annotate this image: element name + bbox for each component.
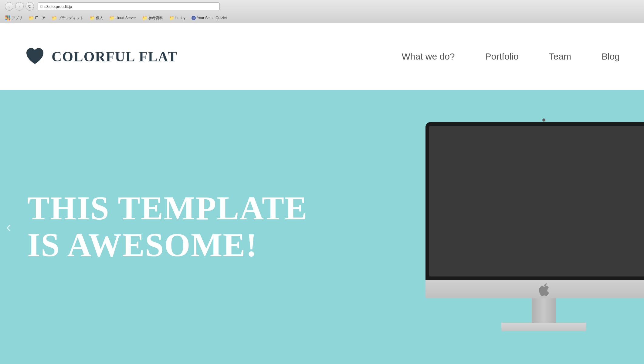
nav-item-portfolio[interactable]: Portfolio (485, 51, 519, 62)
logo-heart-icon (24, 46, 46, 67)
bookmark-itcore[interactable]: 📁 ITコア (26, 15, 48, 21)
folder-icon: 📁 (90, 15, 95, 20)
imac-illustration (425, 122, 644, 331)
address-bar[interactable]: □ s3site.proudit.jp (38, 2, 220, 10)
apple-logo-svg (538, 283, 549, 296)
hero-title-line2: IS AWESOME! (27, 226, 258, 263)
hero-text: THIS TEMPLATE IS AWESOME! (0, 190, 308, 263)
folder-icon: 📁 (169, 15, 174, 20)
nav-item-what-we-do[interactable]: What we do? (402, 51, 455, 62)
bookmark-quizlet-label: Your Sets | Quizlet (197, 16, 227, 20)
svg-rect-7 (7, 19, 8, 20)
bookmark-cloudserver-label: cloud Server (116, 16, 136, 20)
svg-rect-6 (5, 19, 7, 20)
back-icon: ‹ (8, 4, 10, 9)
svg-rect-3 (5, 17, 7, 19)
folder-icon: 📁 (52, 15, 57, 20)
bookmark-references-label: 参考資料 (148, 15, 163, 21)
bookmark-proudit-label: プラウディット (58, 15, 83, 21)
bookmark-references[interactable]: 📁 参考資料 (140, 15, 165, 21)
folder-icon: 📁 (142, 15, 147, 20)
hero-title: THIS TEMPLATE IS AWESOME! (27, 190, 308, 263)
imac-stand-neck (532, 298, 556, 323)
reload-button[interactable]: ↻ (25, 2, 34, 11)
folder-icon: 📁 (109, 15, 114, 20)
imac-monitor (425, 122, 644, 280)
browser-toolbar: ‹ › ↻ □ s3site.proudit.jp (0, 0, 644, 13)
imac-screen (429, 126, 644, 276)
logo-text: COLORFUL FLAT (52, 49, 178, 65)
svg-rect-2 (9, 15, 10, 17)
lock-icon: □ (40, 4, 42, 9)
bookmark-quizlet[interactable]: Q Your Sets | Quizlet (189, 15, 229, 21)
website-content: COLORFUL FLAT What we do? Portfolio Team… (0, 23, 644, 364)
quizlet-icon: Q (192, 16, 196, 20)
bookmark-hobby[interactable]: 📁 hobby (167, 15, 188, 21)
bookmarks-bar: アプリ 📁 ITコア 📁 プラウディット 📁 個人 📁 cloud Server… (0, 13, 644, 23)
forward-button[interactable]: › (15, 2, 24, 11)
reload-icon: ↻ (28, 4, 32, 9)
browser-chrome: ‹ › ↻ □ s3site.proudit.jp (0, 0, 644, 23)
bookmark-apps-label: アプリ (12, 15, 22, 21)
nav-link-portfolio[interactable]: Portfolio (485, 51, 519, 61)
svg-rect-1 (7, 15, 8, 17)
folder-icon: 📁 (29, 15, 34, 20)
nav-item-team[interactable]: Team (549, 51, 571, 62)
bookmark-cloudserver[interactable]: 📁 cloud Server (107, 15, 138, 21)
bookmark-apps[interactable]: アプリ (3, 15, 25, 21)
bookmark-itcore-label: ITコア (35, 15, 46, 21)
nav-item-blog[interactable]: Blog (602, 51, 620, 62)
apps-grid-icon (5, 15, 10, 20)
bookmark-personal[interactable]: 📁 個人 (87, 15, 106, 21)
imac-chin (425, 280, 644, 298)
forward-icon: › (19, 4, 20, 9)
back-button[interactable]: ‹ (5, 2, 13, 11)
bookmark-personal-label: 個人 (96, 15, 103, 21)
url-text: s3site.proudit.jp (44, 4, 72, 9)
nav-link-team[interactable]: Team (549, 51, 571, 61)
site-menu: What we do? Portfolio Team Blog (402, 51, 620, 62)
svg-rect-4 (7, 17, 8, 19)
nav-buttons: ‹ › ↻ (5, 2, 34, 11)
imac-stand (425, 280, 644, 331)
bookmark-hobby-label: hobby (175, 16, 185, 20)
svg-rect-8 (9, 19, 10, 20)
imac-camera (542, 118, 545, 122)
nav-link-blog[interactable]: Blog (602, 51, 620, 61)
hero-title-line1: THIS TEMPLATE (27, 190, 308, 227)
svg-rect-0 (5, 15, 7, 17)
svg-rect-5 (9, 17, 10, 19)
imac-stand-base (501, 323, 586, 331)
site-logo: COLORFUL FLAT (24, 46, 178, 67)
site-navigation: COLORFUL FLAT What we do? Portfolio Team… (0, 23, 644, 90)
hero-section: ‹ THIS TEMPLATE IS AWESOME! (0, 90, 644, 363)
nav-link-what-we-do[interactable]: What we do? (402, 51, 455, 61)
bookmark-proudit[interactable]: 📁 プラウディット (49, 15, 86, 21)
carousel-prev-button[interactable]: ‹ (6, 218, 11, 235)
